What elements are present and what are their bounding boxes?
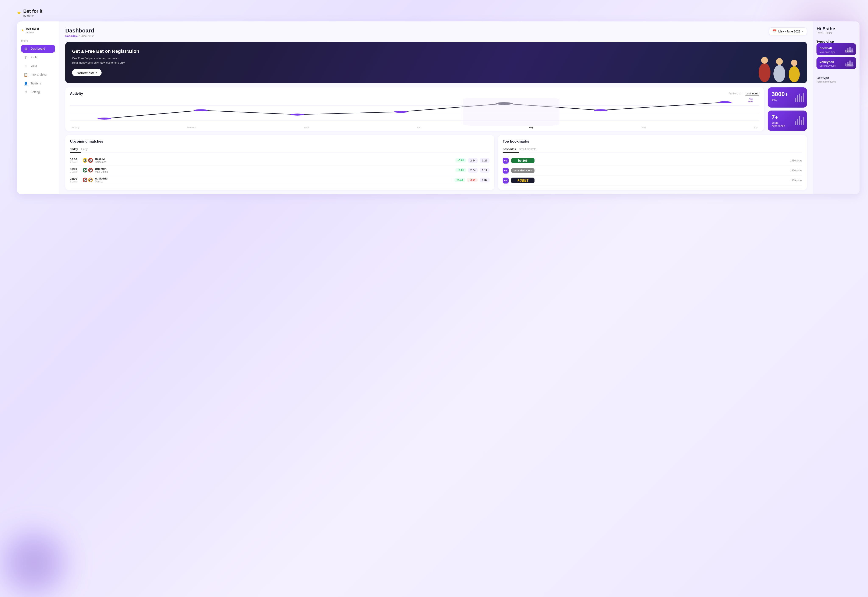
- sidebar-logo: ★ Bet for it by Reno: [21, 27, 55, 33]
- bar: [803, 117, 804, 125]
- top-logo-star: ★: [17, 10, 21, 16]
- odds1[interactable]: 1.32: [480, 178, 489, 183]
- tipsters-icon: 👤: [24, 82, 28, 86]
- odds2[interactable]: 1.26: [480, 158, 489, 163]
- match-team-icons: ⚽ ⚽: [83, 158, 93, 163]
- chart-tabs: Profile chart Last month: [729, 92, 759, 95]
- table-row: 16:00 3 June ⚽ ⚽ A. Madrid Parma +4.12 -…: [70, 175, 490, 185]
- players-svg: [752, 51, 807, 83]
- match-badge: +3.61: [455, 168, 466, 172]
- stats-col: 3000+ Bets 7+ Yearsexperience: [768, 88, 807, 131]
- page-wrapper: ★ Bet for it by Reno ★ Bet for it by Ren…: [0, 0, 868, 194]
- header-title-area: Dashboard Saturday, 2 June 2022: [65, 27, 94, 37]
- team1-name: A. Madrid: [95, 177, 452, 180]
- tab-today[interactable]: Today: [70, 146, 81, 153]
- sidebar-menu-label: Menu: [21, 39, 55, 42]
- svg-rect-18: [847, 48, 849, 52]
- bm-logo-3bet: ★3BET: [511, 178, 535, 183]
- sport-card-football: Football Main sport type 60%: [816, 43, 856, 55]
- match-date-value: 3 June: [70, 180, 81, 183]
- tab-early[interactable]: Early: [81, 146, 91, 153]
- top-logo: ★ Bet for it by Reno: [0, 6, 868, 21]
- page-title: Dashboard: [65, 27, 94, 34]
- upcoming-title: Upcoming matches: [70, 140, 490, 144]
- bm-tab-best-odds[interactable]: Best odds: [503, 146, 519, 153]
- date-filter[interactable]: 📅 May - June 2022 ▾: [769, 27, 807, 35]
- register-now-button[interactable]: Register Now ›: [72, 69, 102, 76]
- bar: [795, 98, 796, 102]
- svg-point-0: [758, 63, 770, 82]
- team1-icon: ⚽: [83, 178, 87, 182]
- svg-point-10: [194, 109, 208, 111]
- bar: [797, 119, 798, 125]
- match-time-value: 16:00: [70, 177, 81, 180]
- bet-type-title: Bet type: [816, 76, 856, 80]
- date-filter-label: May - June 2022: [778, 30, 800, 33]
- svg-point-5: [791, 59, 797, 66]
- activity-row: Activity Profile chart Last month 10+win…: [65, 88, 807, 131]
- level-text: Level - Platinu: [816, 32, 856, 34]
- bm-rank: 02: [503, 168, 509, 174]
- odds2[interactable]: 1.12: [480, 168, 489, 173]
- list-item: 01 bet365 1430 picks: [503, 156, 802, 166]
- promo-players: [510, 42, 807, 83]
- sidebar-item-label: Profit: [31, 56, 37, 59]
- team2-name: Parma: [95, 180, 452, 183]
- bm-picks: 1320 picks: [537, 169, 802, 172]
- match-teams: A. Madrid Parma: [95, 177, 452, 183]
- odds1[interactable]: 2.54: [468, 158, 478, 163]
- team1-name: Real. M: [95, 157, 453, 160]
- team1-icon: ⚽: [83, 168, 87, 172]
- setting-icon: ⚙: [24, 90, 28, 94]
- sidebar-item-tipsters[interactable]: 👤 Tipsters: [21, 80, 55, 88]
- match-badge-green: +4.12: [454, 178, 465, 182]
- svg-point-11: [290, 113, 304, 116]
- bm-picks: 1229 picks: [537, 179, 802, 182]
- svg-rect-16: [463, 98, 559, 126]
- tab-last-month[interactable]: Last month: [745, 92, 759, 95]
- dashboard-icon: ▦: [24, 47, 28, 51]
- match-time: 16:00 3 June: [70, 177, 81, 183]
- promo-title: Get a Free Bet on Registration: [72, 49, 139, 54]
- upcoming-section: Upcoming matches Today Early 16:00 2 Jun…: [65, 135, 494, 190]
- football-bars-icon: [845, 46, 853, 52]
- sports-title: Types of sp: [816, 40, 856, 43]
- x-april: April: [417, 126, 422, 129]
- promo-banner: Get a Free Bet on Registration One Free …: [65, 42, 807, 83]
- calendar-icon: 📅: [772, 29, 777, 33]
- chevron-down-icon: ▾: [802, 30, 803, 33]
- bar: [801, 96, 802, 102]
- stat-bars-exp: [795, 116, 804, 125]
- x-july: July: [754, 126, 758, 129]
- sidebar-item-pick-archive[interactable]: 📋 Pick archive: [21, 71, 55, 79]
- bar: [799, 94, 800, 102]
- bottom-row: Upcoming matches Today Early 16:00 2 Jun…: [65, 135, 807, 190]
- chart-area: 10+wins: [70, 98, 759, 126]
- tab-profile-chart[interactable]: Profile chart: [729, 92, 742, 95]
- top-logo-sub: by Reno: [23, 14, 42, 17]
- sidebar-logo-star: ★: [21, 28, 24, 32]
- types-of-sports: Types of sp Football Main sport type 60%…: [816, 38, 856, 71]
- match-teams: Real. M Barcelona: [95, 157, 453, 163]
- wins-label: 10+wins: [748, 98, 753, 103]
- sidebar-item-dashboard[interactable]: ▦ Dashboard: [21, 45, 55, 53]
- sidebar-item-label: Setting: [31, 91, 40, 94]
- sidebar-item-yield[interactable]: ✂ Yield: [21, 62, 55, 70]
- team1-icon: ⚽: [83, 158, 87, 163]
- yield-icon: ✂: [24, 64, 28, 68]
- header-date: Saturday, 2 June 2022: [65, 34, 94, 37]
- bet-type-section: Bet type Percent com types: [816, 76, 856, 83]
- svg-rect-21: [845, 64, 846, 66]
- odds1[interactable]: 2.54: [468, 168, 478, 173]
- register-now-label: Register Now: [77, 71, 94, 74]
- bookmarks-section: Top bookmarks Best odds Small markets 01…: [498, 135, 807, 190]
- bm-tab-small-markets[interactable]: Small markets: [519, 146, 539, 153]
- promo-line1: One Free Bet per customer, per match.: [72, 56, 139, 61]
- sidebar-item-label: Dashboard: [31, 47, 45, 50]
- sidebar-item-label: Tipsters: [31, 82, 41, 85]
- sidebar-item-setting[interactable]: ⚙ Setting: [21, 88, 55, 96]
- match-badge: +5.61: [455, 158, 466, 162]
- sidebar-item-profit[interactable]: ◧ Profit: [21, 53, 55, 61]
- pick-archive-icon: 📋: [24, 73, 28, 77]
- bar: [797, 95, 798, 102]
